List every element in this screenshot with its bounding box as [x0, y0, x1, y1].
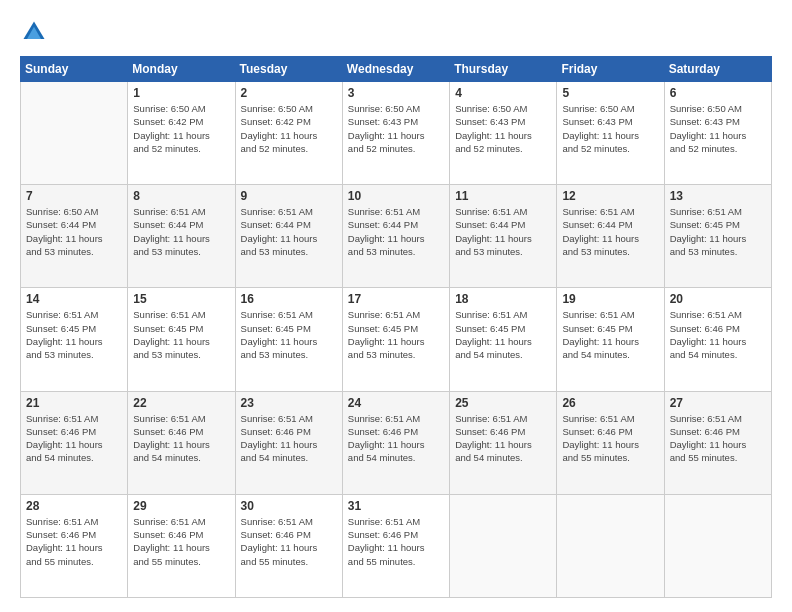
calendar-cell: 28Sunrise: 6:51 AM Sunset: 6:46 PM Dayli… — [21, 494, 128, 597]
calendar-cell: 10Sunrise: 6:51 AM Sunset: 6:44 PM Dayli… — [342, 185, 449, 288]
day-number: 7 — [26, 189, 122, 203]
calendar-table: SundayMondayTuesdayWednesdayThursdayFrid… — [20, 56, 772, 598]
day-info: Sunrise: 6:51 AM Sunset: 6:46 PM Dayligh… — [133, 515, 229, 568]
day-info: Sunrise: 6:51 AM Sunset: 6:45 PM Dayligh… — [562, 308, 658, 361]
day-number: 20 — [670, 292, 766, 306]
day-number: 31 — [348, 499, 444, 513]
day-info: Sunrise: 6:50 AM Sunset: 6:43 PM Dayligh… — [562, 102, 658, 155]
day-number: 3 — [348, 86, 444, 100]
calendar-cell: 8Sunrise: 6:51 AM Sunset: 6:44 PM Daylig… — [128, 185, 235, 288]
calendar-cell: 25Sunrise: 6:51 AM Sunset: 6:46 PM Dayli… — [450, 391, 557, 494]
weekday-header-saturday: Saturday — [664, 57, 771, 82]
calendar-cell: 16Sunrise: 6:51 AM Sunset: 6:45 PM Dayli… — [235, 288, 342, 391]
day-info: Sunrise: 6:51 AM Sunset: 6:44 PM Dayligh… — [133, 205, 229, 258]
day-number: 24 — [348, 396, 444, 410]
weekday-header-thursday: Thursday — [450, 57, 557, 82]
day-number: 19 — [562, 292, 658, 306]
calendar-cell: 6Sunrise: 6:50 AM Sunset: 6:43 PM Daylig… — [664, 82, 771, 185]
day-number: 5 — [562, 86, 658, 100]
day-number: 18 — [455, 292, 551, 306]
day-number: 8 — [133, 189, 229, 203]
day-info: Sunrise: 6:50 AM Sunset: 6:43 PM Dayligh… — [670, 102, 766, 155]
calendar-cell: 22Sunrise: 6:51 AM Sunset: 6:46 PM Dayli… — [128, 391, 235, 494]
calendar-cell — [450, 494, 557, 597]
calendar-cell: 12Sunrise: 6:51 AM Sunset: 6:44 PM Dayli… — [557, 185, 664, 288]
week-row-3: 14Sunrise: 6:51 AM Sunset: 6:45 PM Dayli… — [21, 288, 772, 391]
day-number: 11 — [455, 189, 551, 203]
calendar-cell: 27Sunrise: 6:51 AM Sunset: 6:46 PM Dayli… — [664, 391, 771, 494]
calendar-cell: 26Sunrise: 6:51 AM Sunset: 6:46 PM Dayli… — [557, 391, 664, 494]
page: SundayMondayTuesdayWednesdayThursdayFrid… — [0, 0, 792, 612]
day-info: Sunrise: 6:51 AM Sunset: 6:45 PM Dayligh… — [455, 308, 551, 361]
calendar-cell — [664, 494, 771, 597]
logo-icon — [20, 18, 48, 46]
day-number: 23 — [241, 396, 337, 410]
calendar-cell: 7Sunrise: 6:50 AM Sunset: 6:44 PM Daylig… — [21, 185, 128, 288]
week-row-1: 1Sunrise: 6:50 AM Sunset: 6:42 PM Daylig… — [21, 82, 772, 185]
calendar-cell — [21, 82, 128, 185]
calendar-cell: 15Sunrise: 6:51 AM Sunset: 6:45 PM Dayli… — [128, 288, 235, 391]
week-row-5: 28Sunrise: 6:51 AM Sunset: 6:46 PM Dayli… — [21, 494, 772, 597]
day-number: 25 — [455, 396, 551, 410]
calendar-cell: 19Sunrise: 6:51 AM Sunset: 6:45 PM Dayli… — [557, 288, 664, 391]
calendar-cell — [557, 494, 664, 597]
day-number: 26 — [562, 396, 658, 410]
day-info: Sunrise: 6:50 AM Sunset: 6:43 PM Dayligh… — [455, 102, 551, 155]
weekday-header-sunday: Sunday — [21, 57, 128, 82]
weekday-header-monday: Monday — [128, 57, 235, 82]
day-info: Sunrise: 6:51 AM Sunset: 6:46 PM Dayligh… — [26, 515, 122, 568]
day-info: Sunrise: 6:51 AM Sunset: 6:46 PM Dayligh… — [562, 412, 658, 465]
day-number: 17 — [348, 292, 444, 306]
calendar-cell: 31Sunrise: 6:51 AM Sunset: 6:46 PM Dayli… — [342, 494, 449, 597]
day-info: Sunrise: 6:51 AM Sunset: 6:44 PM Dayligh… — [455, 205, 551, 258]
day-number: 22 — [133, 396, 229, 410]
week-row-2: 7Sunrise: 6:50 AM Sunset: 6:44 PM Daylig… — [21, 185, 772, 288]
day-number: 6 — [670, 86, 766, 100]
day-info: Sunrise: 6:51 AM Sunset: 6:46 PM Dayligh… — [670, 412, 766, 465]
day-number: 14 — [26, 292, 122, 306]
calendar-cell: 18Sunrise: 6:51 AM Sunset: 6:45 PM Dayli… — [450, 288, 557, 391]
day-info: Sunrise: 6:51 AM Sunset: 6:46 PM Dayligh… — [455, 412, 551, 465]
day-info: Sunrise: 6:51 AM Sunset: 6:45 PM Dayligh… — [133, 308, 229, 361]
day-info: Sunrise: 6:51 AM Sunset: 6:45 PM Dayligh… — [348, 308, 444, 361]
calendar-cell: 4Sunrise: 6:50 AM Sunset: 6:43 PM Daylig… — [450, 82, 557, 185]
day-number: 28 — [26, 499, 122, 513]
weekday-header-tuesday: Tuesday — [235, 57, 342, 82]
day-number: 16 — [241, 292, 337, 306]
day-info: Sunrise: 6:51 AM Sunset: 6:46 PM Dayligh… — [348, 515, 444, 568]
day-info: Sunrise: 6:51 AM Sunset: 6:44 PM Dayligh… — [348, 205, 444, 258]
calendar-cell: 20Sunrise: 6:51 AM Sunset: 6:46 PM Dayli… — [664, 288, 771, 391]
week-row-4: 21Sunrise: 6:51 AM Sunset: 6:46 PM Dayli… — [21, 391, 772, 494]
day-info: Sunrise: 6:51 AM Sunset: 6:46 PM Dayligh… — [241, 515, 337, 568]
calendar-cell: 3Sunrise: 6:50 AM Sunset: 6:43 PM Daylig… — [342, 82, 449, 185]
day-info: Sunrise: 6:51 AM Sunset: 6:46 PM Dayligh… — [348, 412, 444, 465]
calendar-cell: 29Sunrise: 6:51 AM Sunset: 6:46 PM Dayli… — [128, 494, 235, 597]
day-number: 2 — [241, 86, 337, 100]
calendar-cell: 24Sunrise: 6:51 AM Sunset: 6:46 PM Dayli… — [342, 391, 449, 494]
day-info: Sunrise: 6:51 AM Sunset: 6:46 PM Dayligh… — [670, 308, 766, 361]
day-number: 4 — [455, 86, 551, 100]
day-number: 29 — [133, 499, 229, 513]
weekday-header-row: SundayMondayTuesdayWednesdayThursdayFrid… — [21, 57, 772, 82]
day-number: 15 — [133, 292, 229, 306]
day-info: Sunrise: 6:51 AM Sunset: 6:46 PM Dayligh… — [241, 412, 337, 465]
day-number: 12 — [562, 189, 658, 203]
day-info: Sunrise: 6:51 AM Sunset: 6:46 PM Dayligh… — [26, 412, 122, 465]
day-number: 30 — [241, 499, 337, 513]
calendar-cell: 21Sunrise: 6:51 AM Sunset: 6:46 PM Dayli… — [21, 391, 128, 494]
day-info: Sunrise: 6:51 AM Sunset: 6:45 PM Dayligh… — [241, 308, 337, 361]
day-number: 10 — [348, 189, 444, 203]
day-info: Sunrise: 6:51 AM Sunset: 6:46 PM Dayligh… — [133, 412, 229, 465]
calendar-cell: 17Sunrise: 6:51 AM Sunset: 6:45 PM Dayli… — [342, 288, 449, 391]
day-info: Sunrise: 6:51 AM Sunset: 6:44 PM Dayligh… — [562, 205, 658, 258]
calendar-cell: 23Sunrise: 6:51 AM Sunset: 6:46 PM Dayli… — [235, 391, 342, 494]
day-info: Sunrise: 6:51 AM Sunset: 6:44 PM Dayligh… — [241, 205, 337, 258]
day-number: 9 — [241, 189, 337, 203]
day-number: 27 — [670, 396, 766, 410]
calendar-cell: 13Sunrise: 6:51 AM Sunset: 6:45 PM Dayli… — [664, 185, 771, 288]
logo — [20, 18, 52, 46]
day-info: Sunrise: 6:50 AM Sunset: 6:42 PM Dayligh… — [133, 102, 229, 155]
day-info: Sunrise: 6:50 AM Sunset: 6:44 PM Dayligh… — [26, 205, 122, 258]
weekday-header-friday: Friday — [557, 57, 664, 82]
calendar-cell: 2Sunrise: 6:50 AM Sunset: 6:42 PM Daylig… — [235, 82, 342, 185]
